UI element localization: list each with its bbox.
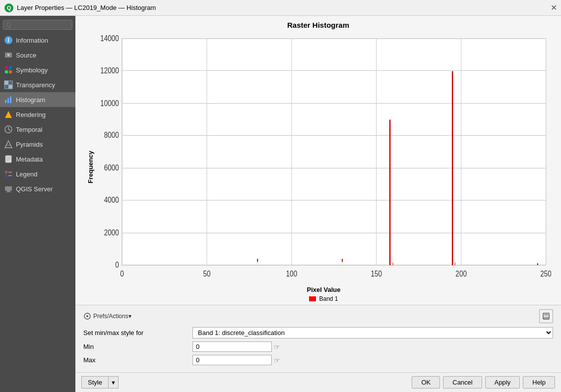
source-icon bbox=[4, 51, 13, 59]
content-area: Raster Histogram Frequency bbox=[75, 16, 561, 392]
sidebar-item-temporal[interactable]: Temporal bbox=[0, 122, 75, 137]
band-select[interactable]: Band 1: discrete_classification bbox=[192, 327, 553, 338]
temporal-icon bbox=[4, 125, 13, 134]
svg-rect-75 bbox=[544, 313, 548, 316]
svg-text:50: 50 bbox=[203, 269, 210, 278]
set-minmax-row: Set min/max style for Band 1: discrete_c… bbox=[83, 327, 553, 338]
svg-rect-6 bbox=[5, 66, 8, 69]
legend-label: Band 1 bbox=[319, 295, 338, 302]
min-adjust-button[interactable]: ☞ bbox=[274, 343, 280, 351]
svg-rect-9 bbox=[9, 70, 12, 73]
svg-rect-31 bbox=[5, 186, 12, 191]
sidebar-item-legend[interactable]: Legend bbox=[0, 167, 75, 181]
ok-button[interactable]: OK bbox=[412, 376, 440, 389]
svg-text:8000: 8000 bbox=[104, 130, 119, 140]
histogram-title: Raster Histogram bbox=[287, 21, 349, 29]
search-input[interactable] bbox=[3, 20, 72, 30]
sidebar: i Information Source Symbology Transpare… bbox=[0, 16, 75, 392]
pyramids-icon bbox=[4, 140, 13, 149]
svg-text:Q: Q bbox=[7, 5, 11, 11]
chart-wrapper: Frequency bbox=[85, 32, 551, 302]
svg-text:0: 0 bbox=[120, 269, 124, 278]
svg-rect-14 bbox=[5, 100, 6, 103]
sidebar-label-source: Source bbox=[16, 52, 36, 59]
close-button[interactable]: ✕ bbox=[551, 3, 557, 12]
metadata-icon bbox=[4, 155, 13, 164]
sidebar-label-histogram: Histogram bbox=[16, 96, 45, 104]
prefs-label: Prefs/Actions▾ bbox=[93, 313, 131, 320]
footer: Style ▼ OK Cancel Apply Help bbox=[75, 372, 561, 392]
sidebar-item-histogram[interactable]: Histogram bbox=[0, 92, 75, 107]
sidebar-item-symbology[interactable]: Symbology bbox=[0, 62, 75, 77]
sidebar-label-qgis-server: QGIS Server bbox=[16, 185, 53, 193]
legend-swatch bbox=[309, 296, 316, 301]
max-adjust-button[interactable]: ☞ bbox=[274, 356, 280, 364]
sidebar-item-information[interactable]: i Information bbox=[0, 33, 75, 48]
style-button[interactable]: Style bbox=[81, 376, 109, 389]
sidebar-item-source[interactable]: Source bbox=[0, 48, 75, 62]
information-icon: i bbox=[4, 36, 13, 45]
sidebar-item-metadata[interactable]: Metadata bbox=[0, 152, 75, 167]
svg-rect-33 bbox=[6, 192, 11, 192]
svg-rect-13 bbox=[4, 81, 12, 89]
svg-text:0: 0 bbox=[115, 260, 119, 270]
apply-button[interactable]: Apply bbox=[485, 376, 520, 389]
svg-text:12000: 12000 bbox=[100, 65, 119, 75]
svg-marker-21 bbox=[5, 141, 12, 148]
min-row: Min ☞ bbox=[83, 341, 553, 352]
chart-container: 14000 12000 10000 8000 6000 4000 2000 0 … bbox=[96, 32, 551, 302]
svg-text:6000: 6000 bbox=[104, 163, 119, 172]
cancel-button[interactable]: Cancel bbox=[443, 376, 482, 389]
sidebar-label-legend: Legend bbox=[16, 170, 37, 178]
svg-rect-8 bbox=[5, 70, 8, 73]
svg-text:14000: 14000 bbox=[100, 33, 119, 43]
svg-marker-17 bbox=[5, 111, 12, 118]
save-icon bbox=[542, 312, 550, 320]
style-dropdown-button[interactable]: ▼ bbox=[109, 376, 119, 389]
sidebar-label-temporal: Temporal bbox=[16, 126, 42, 133]
svg-rect-16 bbox=[10, 97, 11, 103]
title-bar: Q Layer Properties — LC2019_Mode — Histo… bbox=[0, 0, 561, 16]
sidebar-label-rendering: Rendering bbox=[16, 111, 46, 118]
bottom-controls: Prefs/Actions▾ Set min/max style for Ban… bbox=[75, 305, 561, 372]
svg-rect-76 bbox=[544, 317, 549, 319]
svg-point-73 bbox=[86, 315, 88, 317]
svg-text:2000: 2000 bbox=[104, 228, 119, 237]
svg-text:4000: 4000 bbox=[104, 195, 119, 205]
prefs-row: Prefs/Actions▾ bbox=[83, 309, 553, 323]
sidebar-label-symbology: Symbology bbox=[16, 66, 48, 74]
svg-rect-32 bbox=[7, 191, 10, 192]
histogram-area: Raster Histogram Frequency bbox=[75, 16, 561, 305]
window-title: Layer Properties — LC2019_Mode — Histogr… bbox=[17, 4, 156, 11]
rendering-icon bbox=[4, 110, 13, 119]
svg-text:10000: 10000 bbox=[100, 98, 119, 108]
qgis-server-icon bbox=[4, 184, 13, 193]
histogram-icon bbox=[4, 95, 13, 104]
svg-text:i: i bbox=[7, 37, 9, 44]
save-icon-button[interactable] bbox=[539, 309, 553, 323]
help-button[interactable]: Help bbox=[523, 376, 555, 389]
symbology-icon bbox=[4, 65, 13, 74]
y-axis-label: Frequency bbox=[85, 32, 95, 302]
sidebar-label-transparency: Transparency bbox=[16, 81, 55, 89]
sidebar-item-qgis-server[interactable]: QGIS Server bbox=[0, 181, 75, 196]
qgis-logo-icon: Q bbox=[4, 3, 14, 13]
sidebar-item-pyramids[interactable]: Pyramids bbox=[0, 137, 75, 152]
min-input[interactable] bbox=[192, 341, 272, 352]
footer-right-buttons: OK Cancel Apply Help bbox=[412, 376, 555, 389]
sidebar-item-transparency[interactable]: Transparency bbox=[0, 77, 75, 92]
max-input[interactable] bbox=[192, 355, 272, 365]
prefs-actions-button[interactable]: Prefs/Actions▾ bbox=[83, 312, 131, 320]
style-button-group: Style ▼ bbox=[81, 376, 119, 389]
prefs-icon bbox=[83, 312, 91, 320]
max-row: Max ☞ bbox=[83, 355, 553, 365]
sidebar-label-pyramids: Pyramids bbox=[16, 141, 43, 148]
max-label: Max bbox=[83, 356, 192, 364]
x-axis-label: Pixel Value bbox=[96, 286, 551, 293]
svg-rect-28 bbox=[5, 174, 7, 177]
svg-rect-7 bbox=[9, 66, 12, 69]
legend-icon bbox=[4, 169, 13, 178]
sidebar-item-rendering[interactable]: Rendering bbox=[0, 107, 75, 122]
transparency-icon bbox=[4, 80, 13, 89]
svg-rect-34 bbox=[122, 39, 546, 265]
